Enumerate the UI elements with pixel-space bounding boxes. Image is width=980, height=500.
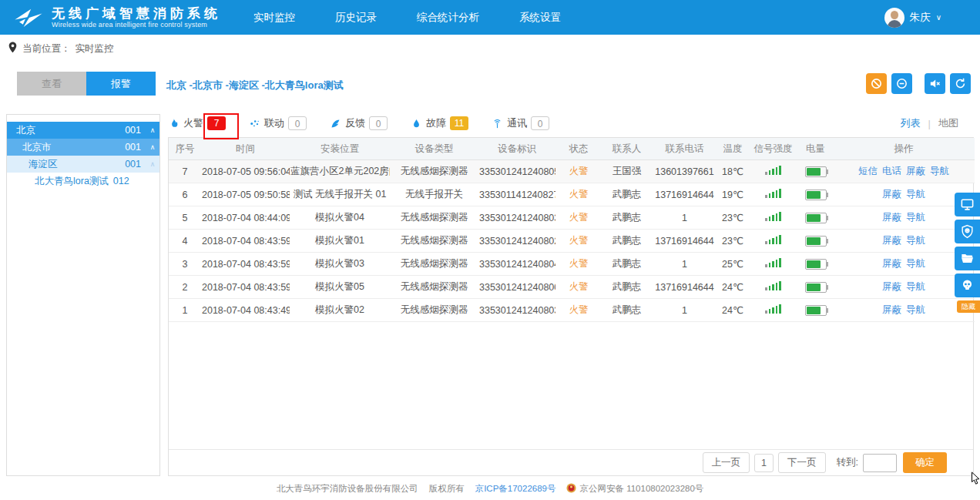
column-header: 时间: [201, 138, 290, 160]
action-shield[interactable]: 屏蔽: [882, 281, 901, 292]
nav-item-realtime-monitor[interactable]: 实时监控: [253, 11, 295, 25]
minus-circle-button[interactable]: [891, 73, 912, 94]
fire-icon: [168, 118, 180, 129]
sidebar-item[interactable]: 北大青鸟lora测试012: [7, 173, 159, 190]
cell-time: 2018-07-05 09:56:04: [201, 160, 290, 183]
sidebar-item[interactable]: 海淀区001∧: [7, 156, 159, 173]
monitor-button[interactable]: [955, 193, 980, 216]
tab-view[interactable]: 查看: [17, 72, 86, 96]
action-shield[interactable]: 屏蔽: [882, 235, 901, 246]
action-navigate[interactable]: 导航: [906, 258, 925, 269]
action-sms[interactable]: 短信: [858, 166, 878, 176]
tree-item-label: 海淀区: [29, 158, 58, 171]
sidebar-item[interactable]: 北京市001∧: [7, 139, 159, 156]
prev-page-button[interactable]: 上一页: [703, 452, 750, 473]
cell-battery: [798, 183, 833, 206]
battery-icon: [805, 213, 827, 223]
tree-item-count: 001: [125, 142, 141, 153]
filter-chip-label: 联动: [264, 116, 284, 130]
cell-status: 火警: [555, 206, 602, 230]
filter-count-badge: 7: [207, 116, 226, 130]
cell-time: 2018-07-04 08:43:59: [201, 276, 290, 299]
action-shield[interactable]: 屏蔽: [882, 189, 901, 200]
table-row: 22018-07-04 08:43:59模拟火警05无线感烟探测器3353012…: [169, 276, 975, 299]
cell-signal: [748, 206, 798, 230]
action-shield[interactable]: 屏蔽: [882, 258, 901, 269]
nav-item-statistics[interactable]: 综合统计分析: [417, 11, 479, 25]
action-navigate[interactable]: 导航: [906, 235, 925, 246]
user-name: 朱庆: [910, 11, 931, 25]
view-toggle-list[interactable]: 列表: [901, 116, 921, 130]
confirm-button[interactable]: 确定: [903, 452, 947, 473]
tree-item-count: 001: [125, 159, 141, 169]
filter-chip[interactable]: 故障11: [411, 116, 468, 130]
skull-button[interactable]: [955, 273, 980, 297]
filter-chip[interactable]: 通讯0: [492, 116, 549, 130]
cell-device-id: 3353012412408034: [478, 299, 555, 322]
cell-signal: [748, 276, 798, 299]
goto-page-input[interactable]: [863, 454, 897, 472]
action-navigate[interactable]: 导航: [930, 166, 949, 176]
footer-copyright: 版权所有: [429, 483, 465, 495]
filter-chip[interactable]: 联动0: [249, 116, 307, 130]
skull-icon: [960, 278, 975, 293]
region-tree: 北京001∧北京市001∧海淀区001∧北大青鸟lora测试012: [7, 122, 159, 190]
cell-contact: 武鹏志: [602, 183, 652, 206]
cell-battery: [798, 206, 833, 230]
cell-actions: 短信电话屏蔽导航: [833, 160, 975, 183]
cell-location: 蓝旗营小区2单元202房间: [290, 160, 390, 183]
filter-chip[interactable]: 火警7: [168, 116, 226, 130]
action-shield[interactable]: 屏蔽: [882, 212, 901, 223]
filter-chip[interactable]: 反馈0: [330, 116, 388, 130]
column-header: 联系人: [602, 138, 652, 160]
nav-item-history[interactable]: 历史记录: [335, 11, 377, 25]
cell-contact: 武鹏志: [602, 253, 652, 276]
action-navigate[interactable]: 导航: [906, 281, 925, 292]
hide-panel-tag[interactable]: 隐藏: [957, 300, 980, 313]
cell-serial: 5: [169, 206, 201, 230]
cell-device-id: 3353012412408041: [478, 253, 555, 276]
action-navigate[interactable]: 导航: [906, 212, 925, 223]
shield-gear-icon: [960, 224, 975, 239]
action-phone[interactable]: 电话: [882, 166, 901, 176]
tab-alarm[interactable]: 报警: [86, 72, 156, 96]
shield-gear-button[interactable]: [955, 220, 980, 243]
battery-icon: [805, 259, 827, 270]
app-title: 无线广域智慧消防系统: [52, 6, 221, 22]
cell-battery: [798, 230, 833, 253]
monitor-icon: [960, 197, 975, 212]
action-navigate[interactable]: 导航: [906, 304, 925, 315]
next-page-button[interactable]: 下一页: [778, 452, 826, 473]
cell-battery: [798, 299, 833, 322]
icp-link[interactable]: 京ICP备17022689号: [475, 483, 556, 495]
page-number-button[interactable]: 1: [754, 454, 774, 472]
action-shield[interactable]: 屏蔽: [882, 304, 901, 315]
cell-time: 2018-07-04 08:43:59: [201, 230, 290, 253]
cell-device-id: 3353012412408022: [478, 230, 555, 253]
cell-contact: 武鹏志: [602, 299, 652, 322]
user-menu[interactable]: 朱庆 ∨: [884, 8, 941, 28]
action-shield[interactable]: 屏蔽: [906, 166, 925, 176]
folder-button[interactable]: [955, 247, 980, 270]
table-row: 72018-07-05 09:56:04蓝旗营小区2单元202房间无线感烟探测器…: [169, 160, 975, 183]
cell-temperature: 24℃: [717, 276, 748, 299]
refresh-button[interactable]: [950, 73, 971, 94]
nav-item-settings[interactable]: 系统设置: [519, 11, 561, 25]
ban-button[interactable]: [866, 73, 887, 94]
cell-location: 模拟火警04: [290, 206, 390, 230]
cell-location: 模拟火警01: [290, 230, 390, 253]
region-path: 北京 -北京市 -海淀区 -北大青鸟lora测试: [166, 79, 344, 96]
view-toggle-map[interactable]: 地图: [938, 116, 958, 130]
sidebar-item[interactable]: 北京001∧: [7, 122, 159, 139]
mute-speaker-button[interactable]: [925, 73, 945, 94]
column-header: 操作: [833, 138, 975, 160]
cell-type: 无线感烟探测器: [390, 253, 478, 276]
filter-chip-label: 故障: [426, 116, 446, 130]
tree-item-count: 001: [125, 125, 141, 136]
main-nav: 实时监控历史记录综合统计分析系统设置: [253, 11, 561, 25]
signal-strength-icon: [765, 189, 781, 198]
ban-icon: [870, 77, 883, 90]
action-navigate[interactable]: 导航: [906, 189, 925, 200]
cell-battery: [798, 160, 833, 183]
filter-chip-label: 火警: [183, 116, 203, 130]
